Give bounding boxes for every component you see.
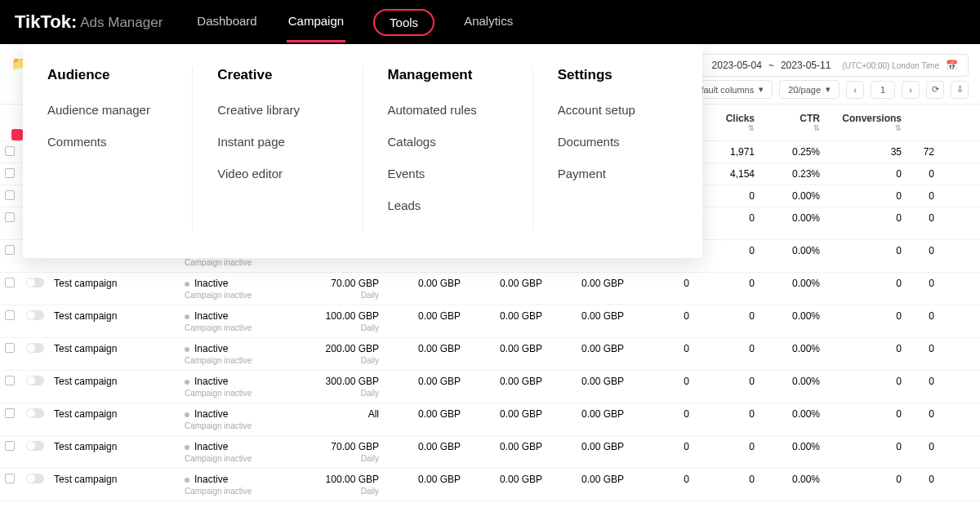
cost-value: 0.00 GBP — [418, 343, 461, 354]
refresh-button[interactable]: ⟳ — [926, 81, 944, 99]
row-checkbox[interactable] — [5, 310, 15, 320]
page-number[interactable]: 1 — [871, 81, 895, 99]
page-prev[interactable]: ‹ — [846, 81, 864, 99]
page-next[interactable]: › — [902, 81, 920, 99]
link-payment[interactable]: Payment — [558, 167, 678, 180]
table-row[interactable]: Test campaignInactiveCampaign inactive30… — [0, 371, 980, 403]
clicks-value: 0 — [749, 190, 755, 202]
table-row[interactable]: Test campaignInactiveCampaign inactive70… — [0, 436, 980, 469]
export-button[interactable]: ⇩ — [951, 81, 969, 99]
nav-items: Dashboard Campaign Tools Analytics — [195, 9, 514, 36]
budget-value: 300.00 GBP — [326, 376, 379, 387]
conv-value: 0 — [896, 376, 902, 387]
link-catalogs[interactable]: Catalogs — [388, 135, 508, 149]
imp-value: 0 — [684, 376, 689, 387]
row-checkbox[interactable] — [5, 441, 15, 451]
link-creative-library[interactable]: Creative library — [217, 103, 337, 117]
cost-value: 0.00 GBP — [418, 278, 461, 289]
status-text: Inactive — [185, 441, 289, 452]
cost-value: 0.00 GBP — [418, 310, 461, 322]
row-checkbox[interactable] — [5, 278, 15, 287]
top-nav: TikTok: Ads Manager Dashboard Campaign T… — [0, 0, 980, 44]
conv-value: 0 — [896, 190, 902, 202]
nav-tools[interactable]: Tools — [373, 9, 434, 36]
cpm-value: 0.00 GBP — [581, 376, 624, 387]
clicks-value: 0 — [749, 441, 755, 452]
row-checkbox[interactable] — [5, 474, 15, 483]
link-instant-page[interactable]: Instant page — [217, 135, 337, 149]
budget-value: 70.00 GBP — [331, 441, 379, 452]
date-range[interactable]: 2023-05-04 ~ 2023-05-11 (UTC+00:00) Lond… — [702, 54, 969, 77]
ctr-value: 0.00% — [792, 212, 820, 224]
nav-campaign[interactable]: Campaign — [287, 9, 345, 36]
row-checkbox[interactable] — [5, 376, 15, 385]
clicks-value: 0 — [749, 408, 755, 420]
col-clicks[interactable]: Clicks⇅ — [694, 113, 760, 132]
status-dot-icon — [185, 282, 189, 287]
cpm-value: 0.00 GBP — [581, 278, 624, 289]
create-button[interactable] — [11, 129, 23, 140]
nav-dashboard[interactable]: Dashboard — [195, 9, 258, 36]
row-checkbox[interactable] — [5, 408, 15, 418]
row-checkbox[interactable] — [5, 343, 15, 353]
status-sub: Campaign inactive — [185, 389, 289, 398]
pagesize-select[interactable]: 20/page▾ — [779, 80, 840, 99]
campaign-name: Test campaign — [54, 441, 175, 452]
nav-analytics[interactable]: Analytics — [462, 9, 514, 36]
row-toggle[interactable] — [26, 376, 44, 385]
last-value: 0 — [929, 310, 934, 322]
clicks-value: 0 — [749, 245, 755, 256]
link-account-setup[interactable]: Account setup — [558, 103, 678, 117]
conv-value: 0 — [896, 310, 902, 322]
table-row[interactable]: Test campaignInactiveCampaign inactive20… — [0, 338, 980, 371]
campaign-name: Test campaign — [54, 310, 175, 322]
clicks-value: 0 — [749, 343, 755, 354]
col-conv-label: Conversions — [842, 113, 902, 124]
table-row[interactable]: Test campaignInactiveCampaign inactive10… — [0, 469, 980, 501]
link-events[interactable]: Events — [388, 167, 508, 180]
last-value: 0 — [929, 168, 934, 180]
col-ctr[interactable]: CTR⇅ — [760, 113, 825, 132]
link-automated-rules[interactable]: Automated rules — [388, 103, 508, 117]
status-sub: Campaign inactive — [185, 291, 289, 300]
row-toggle[interactable] — [26, 343, 44, 353]
conv-value: 0 — [896, 474, 902, 485]
table-row[interactable]: Test campaignInactiveCampaign inactiveAl… — [0, 403, 980, 436]
table-row[interactable]: Test campaignInactiveCampaign inactive10… — [0, 305, 980, 338]
folder-icon[interactable]: 📁 — [11, 56, 23, 67]
budget-value: 100.00 GBP — [326, 310, 379, 322]
budget-sub: Daily — [361, 454, 379, 463]
ctr-value: 0.00% — [792, 245, 820, 256]
link-comments[interactable]: Comments — [47, 135, 167, 149]
ctr-value: 0.00% — [792, 310, 820, 322]
row-checkbox[interactable] — [5, 146, 15, 156]
col-conversions[interactable]: Conversions⇅ — [825, 113, 906, 132]
row-checkbox[interactable] — [5, 212, 15, 222]
row-toggle[interactable] — [26, 278, 44, 287]
row-toggle[interactable] — [26, 474, 44, 483]
cpm-value: 0.00 GBP — [581, 310, 624, 322]
link-video-editor[interactable]: Video editor — [217, 167, 337, 180]
row-checkbox[interactable] — [5, 245, 15, 255]
clicks-value: 0 — [749, 474, 755, 485]
imp-value: 0 — [684, 310, 689, 322]
budget-value: 70.00 GBP — [331, 278, 379, 289]
status-sub: Campaign inactive — [185, 356, 289, 365]
campaign-name: Test campaign — [54, 474, 175, 485]
row-toggle[interactable] — [26, 441, 44, 451]
row-checkbox[interactable] — [5, 190, 15, 200]
budget-sub: Daily — [361, 323, 379, 332]
last-value: 0 — [929, 441, 934, 452]
link-documents[interactable]: Documents — [558, 135, 678, 149]
ctr-value: 0.00% — [792, 441, 820, 452]
table-row[interactable]: Test campaignInactiveCampaign inactive70… — [0, 273, 980, 305]
row-checkbox[interactable] — [5, 168, 15, 178]
link-audience-manager[interactable]: Audience manager — [47, 103, 167, 117]
budget-value: 200.00 GBP — [326, 343, 379, 354]
mega-col-management: Management Automated rules Catalogs Even… — [363, 67, 533, 230]
row-toggle[interactable] — [26, 310, 44, 320]
link-leads[interactable]: Leads — [388, 198, 508, 212]
ctr-value: 0.00% — [792, 408, 820, 420]
clicks-value: 0 — [749, 278, 755, 289]
row-toggle[interactable] — [26, 408, 44, 418]
